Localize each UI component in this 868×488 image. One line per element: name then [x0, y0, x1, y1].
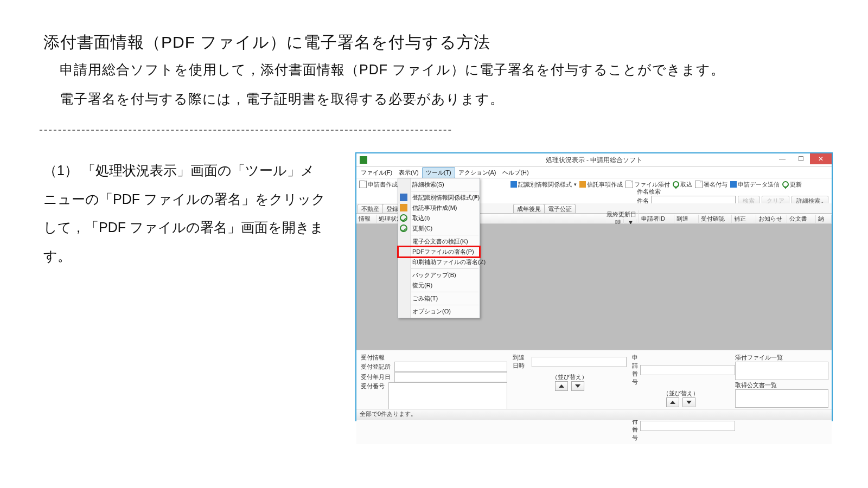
- col-correct[interactable]: 補正: [732, 215, 756, 223]
- menu-item-trash[interactable]: ごみ箱(T): [398, 293, 480, 304]
- recv-office-label: 受付登記所: [361, 363, 392, 371]
- menu-item-import[interactable]: 取込(I): [398, 213, 480, 223]
- menu-item-pdf-sign[interactable]: PDFファイルの署名(P): [398, 247, 480, 257]
- menu-action[interactable]: アクション(A): [455, 168, 500, 178]
- pay-no-input[interactable]: [640, 421, 735, 431]
- form-icon: [510, 181, 517, 188]
- menu-view[interactable]: 表示(V): [395, 168, 422, 178]
- menu-tool[interactable]: ツール(T): [422, 167, 455, 178]
- tb-relation-form[interactable]: 記識別情報関係様式▾: [510, 181, 577, 189]
- tb-create-application[interactable]: 申請書作成: [359, 181, 398, 189]
- tab-denshi[interactable]: 電子公証: [544, 204, 576, 213]
- col-notice[interactable]: お知らせ: [756, 215, 787, 223]
- import-icon: [673, 181, 679, 188]
- sort-up-button-1[interactable]: [555, 381, 568, 391]
- menu-item-refresh[interactable]: 更新(C): [398, 223, 480, 234]
- step-number: （1）: [43, 163, 78, 178]
- submenu-arrow-icon: [475, 195, 477, 199]
- attach-icon: [626, 181, 633, 188]
- sort-label-1: （並び替え）: [513, 373, 627, 381]
- menu-help[interactable]: ヘルプ(H): [499, 168, 532, 178]
- attach-list-label: 添付ファイル一覧: [735, 354, 827, 362]
- divider: ----------------------------------------…: [39, 124, 452, 136]
- pubdoc-list-label: 取得公文書一覧: [735, 381, 827, 389]
- tab-fudosan[interactable]: 不動産: [358, 204, 383, 213]
- status-bar: 全部で0件あります。: [356, 409, 832, 420]
- sign-icon: [695, 181, 703, 188]
- window-title: 処理状況表示 - 申請用総合ソフト: [356, 156, 832, 165]
- window-minimize-button[interactable]: —: [773, 153, 792, 164]
- menu-item-backup[interactable]: バックアップ(B): [398, 270, 480, 280]
- tb-trust-create[interactable]: 信託事項作成: [579, 181, 623, 189]
- step-text: 「処理状況表示」画面の「ツール」メニューの「PDF ファイルの署名」をクリックし…: [43, 163, 326, 264]
- recv-date-label: 受付年月日: [361, 373, 392, 381]
- intro-line-2: 電子署名を付与する際には，電子証明書を取得する必要があります。: [60, 90, 504, 108]
- col-info[interactable]: 情報: [356, 215, 376, 223]
- import-icon: [400, 214, 407, 222]
- sort-down-button-1[interactable]: [571, 381, 584, 391]
- menu-file[interactable]: ファイル(F): [358, 168, 395, 178]
- menu-item-options[interactable]: オプション(O): [398, 306, 480, 317]
- trust-icon: [579, 181, 586, 188]
- form-icon: [400, 194, 407, 201]
- app-no-label: 申請番号: [632, 354, 638, 386]
- col-accept[interactable]: 受付確認: [699, 215, 732, 223]
- menubar: ファイル(F) 表示(V) ツール(T) アクション(A) ヘルプ(H): [356, 166, 832, 178]
- recv-office-input[interactable]: [394, 362, 507, 372]
- arrive-label: 到達日時: [513, 354, 529, 370]
- sort-label-2: （並び替え）: [632, 389, 730, 397]
- window-maximize-button[interactable]: ☐: [792, 153, 810, 164]
- doc-icon: [359, 181, 367, 188]
- tool-menu-dropdown: 詳細検索(S) 登記識別情報関係様式(F) 信託事項作成(M) 取込(I): [398, 178, 480, 318]
- pubdoc-list-box[interactable]: [735, 389, 828, 408]
- refresh-icon: [782, 181, 789, 188]
- attach-list-box[interactable]: [735, 362, 828, 380]
- menu-item-print-sign[interactable]: 印刷補助ファイルの署名(Z): [398, 257, 480, 267]
- recv-date-input[interactable]: [394, 372, 507, 382]
- menu-item-restore[interactable]: 復元(R): [398, 280, 480, 291]
- app-no-input[interactable]: [640, 365, 735, 375]
- arrive-input[interactable]: [532, 357, 627, 367]
- step-1: （1） 「処理状況表示」画面の「ツール」メニューの「PDF ファイルの署名」をク…: [43, 156, 326, 270]
- send-icon: [730, 181, 737, 188]
- tab-seinen[interactable]: 成年後見: [513, 204, 545, 213]
- col-pay[interactable]: 納: [816, 215, 832, 223]
- menu-item-trust-create[interactable]: 信託事項作成(M): [398, 203, 480, 213]
- sort-down-button-2[interactable]: [682, 397, 695, 407]
- col-pubdoc[interactable]: 公文書: [787, 215, 816, 223]
- search-group-label: 件名検索: [637, 188, 828, 196]
- menu-item-registration-form[interactable]: 登記識別情報関係様式(F): [398, 192, 480, 203]
- refresh-icon: [400, 224, 407, 232]
- col-applicant[interactable]: 申請者ID: [639, 215, 674, 223]
- intro-line-1: 申請用総合ソフトを使用して，添付書面情報（PDF ファイル）に電子署名を付与する…: [60, 61, 725, 79]
- window-close-button[interactable]: ✕: [810, 153, 832, 164]
- recv-group-label: 受付情報: [361, 354, 507, 362]
- menu-item-verify-pubdoc[interactable]: 電子公文書の検証(K): [398, 236, 480, 247]
- recv-no-label: 受付番号: [361, 382, 386, 390]
- titlebar: 処理状況表示 - 申請用総合ソフト — ☐ ✕: [356, 153, 832, 166]
- menu-item-detail-search[interactable]: 詳細検索(S): [398, 179, 480, 190]
- trust-icon: [400, 204, 407, 211]
- col-arrive[interactable]: 到達: [674, 215, 699, 223]
- app-window: 処理状況表示 - 申請用総合ソフト — ☐ ✕ ファイル(F) 表示(V) ツー…: [355, 152, 833, 421]
- detail-panel: 受付情報 受付登記所 受付年月日 受付番号 到達日時 （並び替え） 申請番号 （…: [356, 350, 832, 444]
- sort-up-button-2[interactable]: [666, 397, 679, 407]
- page-headline: 添付書面情報（PDF ファイル）に電子署名を付与する方法: [43, 31, 490, 54]
